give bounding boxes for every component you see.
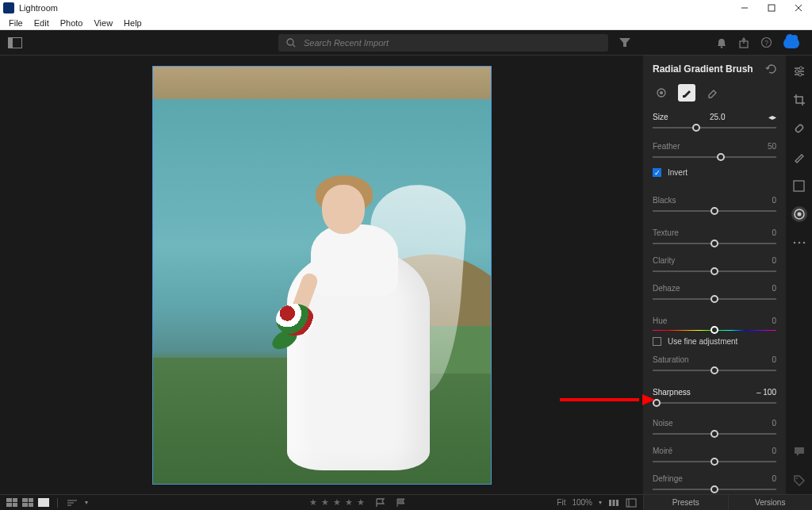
grid-small-icon[interactable] xyxy=(6,498,17,507)
svg-line-5 xyxy=(293,44,295,47)
panel-view-toggle[interactable] xyxy=(8,37,22,48)
chevron-down-icon[interactable]: ▾ xyxy=(599,499,602,506)
rating-stars[interactable]: ★ ★ ★ ★ ★ xyxy=(309,497,366,508)
svg-rect-14 xyxy=(683,95,685,98)
svg-rect-1 xyxy=(768,5,775,11)
flag-icon[interactable] xyxy=(375,498,386,508)
versions-button[interactable]: Versions xyxy=(728,495,813,510)
svg-point-7 xyxy=(721,46,723,48)
share-icon[interactable] xyxy=(738,37,749,48)
canvas[interactable] xyxy=(0,56,643,494)
svg-point-28 xyxy=(796,477,798,479)
size-label: Size xyxy=(653,113,668,121)
svg-point-4 xyxy=(287,39,293,45)
noise-slider[interactable] xyxy=(653,429,776,439)
titlebar: Lightroom xyxy=(0,0,812,16)
top-toolbar: Search Recent Import ? xyxy=(0,30,812,56)
moire-slider[interactable] xyxy=(653,457,776,466)
texture-label: Texture xyxy=(653,228,679,237)
svg-rect-35 xyxy=(626,499,636,507)
filter-icon[interactable] xyxy=(616,38,634,48)
fit-label[interactable]: Fit xyxy=(557,498,565,507)
chevron-down-icon[interactable]: ▾ xyxy=(85,499,88,506)
dehaze-slider[interactable] xyxy=(653,294,776,304)
edit-sliders-icon[interactable] xyxy=(791,63,807,79)
tag-icon[interactable] xyxy=(791,472,807,488)
tool-strip xyxy=(786,56,812,494)
search-box[interactable]: Search Recent Import xyxy=(278,34,608,52)
defringe-label: Defringe xyxy=(653,474,683,483)
size-value: 25.0 xyxy=(710,113,725,121)
sharpness-slider[interactable] xyxy=(653,398,776,408)
menu-photo[interactable]: Photo xyxy=(55,18,89,28)
app-title: Lightroom xyxy=(19,3,58,13)
brush-tool-icon[interactable] xyxy=(678,84,695,102)
clarity-value: 0 xyxy=(772,256,776,265)
single-view-icon[interactable] xyxy=(38,498,49,507)
heal-icon[interactable] xyxy=(791,121,807,136)
reject-flag-icon[interactable] xyxy=(396,498,407,508)
feather-slider[interactable] xyxy=(653,152,776,162)
footer-buttons: Presets Versions xyxy=(643,494,812,510)
noise-value: 0 xyxy=(772,419,776,428)
radial-gradient-icon[interactable] xyxy=(791,206,807,222)
menu-help[interactable]: Help xyxy=(118,18,147,28)
defringe-value: 0 xyxy=(772,474,776,483)
texture-slider[interactable] xyxy=(653,239,776,248)
saturation-slider[interactable] xyxy=(653,366,776,375)
menu-view[interactable]: View xyxy=(88,18,118,28)
comment-icon[interactable] xyxy=(791,443,807,459)
app-icon xyxy=(3,2,14,13)
mask-view-icon[interactable] xyxy=(653,84,670,102)
svg-point-13 xyxy=(660,91,663,94)
filmstrip-icon[interactable] xyxy=(608,498,619,508)
hue-label: Hue xyxy=(653,316,667,325)
dehaze-value: 0 xyxy=(772,284,776,293)
grid-large-icon[interactable] xyxy=(22,498,33,507)
eraser-tool-icon[interactable] xyxy=(703,84,721,102)
close-button[interactable] xyxy=(785,0,812,16)
menu-file[interactable]: File xyxy=(3,18,29,28)
search-placeholder: Search Recent Import xyxy=(304,38,389,48)
bell-icon[interactable] xyxy=(716,37,727,48)
moire-label: Moiré xyxy=(653,447,672,455)
info-overlay-icon[interactable] xyxy=(626,498,637,508)
crop-icon[interactable] xyxy=(791,92,807,108)
fine-adj-label: Use fine adjustment xyxy=(668,337,737,346)
menu-edit[interactable]: Edit xyxy=(29,18,55,28)
undo-icon[interactable] xyxy=(765,64,776,74)
minimize-button[interactable] xyxy=(731,0,758,16)
photo[interactable] xyxy=(152,66,492,485)
maximize-button[interactable] xyxy=(758,0,785,16)
cloud-sync-icon[interactable] xyxy=(783,37,799,48)
sharpness-label: Sharpness xyxy=(653,388,691,397)
main-area: Radial Gradient Brush Size25.0◂▸ Feather… xyxy=(0,56,812,494)
brush-icon[interactable] xyxy=(791,149,807,165)
svg-point-24 xyxy=(797,213,801,217)
zoom-value[interactable]: 100% xyxy=(572,498,592,507)
svg-point-25 xyxy=(793,242,795,244)
texture-value: 0 xyxy=(772,228,776,237)
defringe-slider[interactable] xyxy=(653,485,776,494)
svg-rect-33 xyxy=(613,500,615,506)
blacks-slider[interactable] xyxy=(653,206,776,216)
svg-rect-21 xyxy=(795,124,803,132)
noise-label: Noise xyxy=(653,419,673,428)
sort-icon[interactable] xyxy=(66,498,80,508)
help-icon[interactable]: ? xyxy=(760,36,772,48)
more-icon[interactable] xyxy=(791,235,807,251)
svg-point-27 xyxy=(802,242,805,244)
clarity-label: Clarity xyxy=(653,256,675,265)
invert-checkbox[interactable]: ✓ Invert xyxy=(643,162,786,183)
clarity-slider[interactable] xyxy=(653,267,776,276)
saturation-label: Saturation xyxy=(653,355,689,364)
linear-gradient-icon[interactable] xyxy=(791,178,807,194)
presets-button[interactable]: Presets xyxy=(643,495,728,510)
dehaze-label: Dehaze xyxy=(653,284,680,293)
size-slider[interactable] xyxy=(653,123,776,132)
sharpness-value: – 100 xyxy=(756,388,776,397)
hue-slider[interactable] xyxy=(653,330,776,331)
svg-point-16 xyxy=(799,67,802,70)
feather-value: 50 xyxy=(768,142,776,151)
svg-rect-34 xyxy=(616,500,619,506)
